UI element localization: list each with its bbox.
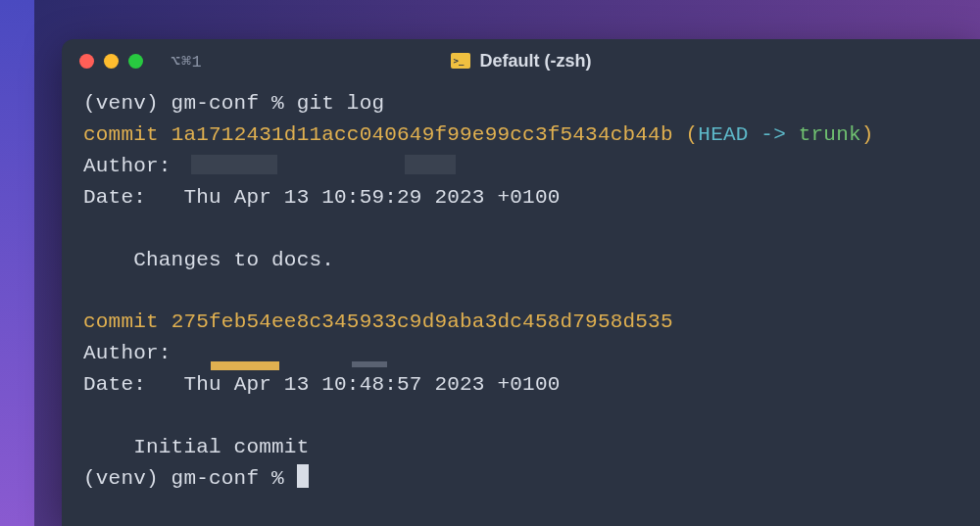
blank-line xyxy=(83,214,958,245)
cursor xyxy=(297,464,309,488)
prompt-line: (venv) gm-conf % git log xyxy=(83,88,958,120)
date-line: Date: Thu Apr 13 10:59:29 2023 +0100 xyxy=(83,182,958,214)
blank-line xyxy=(83,275,958,307)
window-title: Default (-zsh) xyxy=(451,51,592,72)
date-label: Date: xyxy=(83,186,183,209)
minimize-button[interactable] xyxy=(104,54,119,69)
maximize-button[interactable] xyxy=(128,54,143,69)
window-title-text: Default (-zsh) xyxy=(480,51,592,72)
prompt-text: (venv) gm-conf % xyxy=(83,467,297,490)
terminal-output[interactable]: (venv) gm-conf % git log commit 1a171243… xyxy=(62,82,980,501)
redacted-underline xyxy=(211,361,279,370)
tab-shortcut-label: ⌥⌘1 xyxy=(171,51,202,72)
redacted-author-name xyxy=(191,155,277,174)
date-line: Date: Thu Apr 13 10:48:57 2023 +0100 xyxy=(83,369,958,401)
redacted-author-email xyxy=(405,155,456,174)
head-ref: HEAD -> xyxy=(698,123,798,146)
date-label: Date: xyxy=(83,373,183,396)
desktop-background-stripe xyxy=(0,0,34,526)
author-label: Author: xyxy=(83,151,172,182)
terminal-window: ⌥⌘1 Default (-zsh) (venv) gm-conf % git … xyxy=(62,39,980,526)
prompt-line: (venv) gm-conf % xyxy=(83,463,958,495)
commit-message: Changes to docs. xyxy=(83,245,958,276)
author-label: Author: xyxy=(83,338,172,369)
author-line: Author: xyxy=(83,151,958,182)
date-value: Thu Apr 13 10:48:57 2023 +0100 xyxy=(183,373,560,396)
ref-open: ( xyxy=(673,123,699,146)
commit-line: commit 275feb54ee8c345933c9d9aba3dc458d7… xyxy=(83,307,958,338)
commit-prefix: commit xyxy=(83,311,172,333)
commit-hash: 1a1712431d11acc040649f99e99cc3f5434cb44b xyxy=(172,123,673,146)
commit-line: commit 1a1712431d11acc040649f99e99cc3f54… xyxy=(83,120,958,151)
author-line: Author: xyxy=(83,338,958,369)
commit-message: Initial commit xyxy=(83,432,958,463)
branch-name: trunk xyxy=(799,123,861,146)
close-button[interactable] xyxy=(79,54,94,69)
date-value: Thu Apr 13 10:59:29 2023 +0100 xyxy=(183,186,560,209)
commit-prefix: commit xyxy=(83,123,172,146)
prompt-text: (venv) gm-conf % xyxy=(83,92,297,115)
ref-close: ) xyxy=(861,123,874,146)
shell-icon xyxy=(451,53,470,69)
blank-line xyxy=(83,401,958,432)
commit-hash: 275feb54ee8c345933c9d9aba3dc458d7958d535 xyxy=(172,311,673,333)
title-bar: ⌥⌘1 Default (-zsh) xyxy=(62,39,980,82)
traffic-lights xyxy=(79,54,143,69)
redacted-underline xyxy=(352,361,387,367)
command-text: git log xyxy=(297,92,385,115)
